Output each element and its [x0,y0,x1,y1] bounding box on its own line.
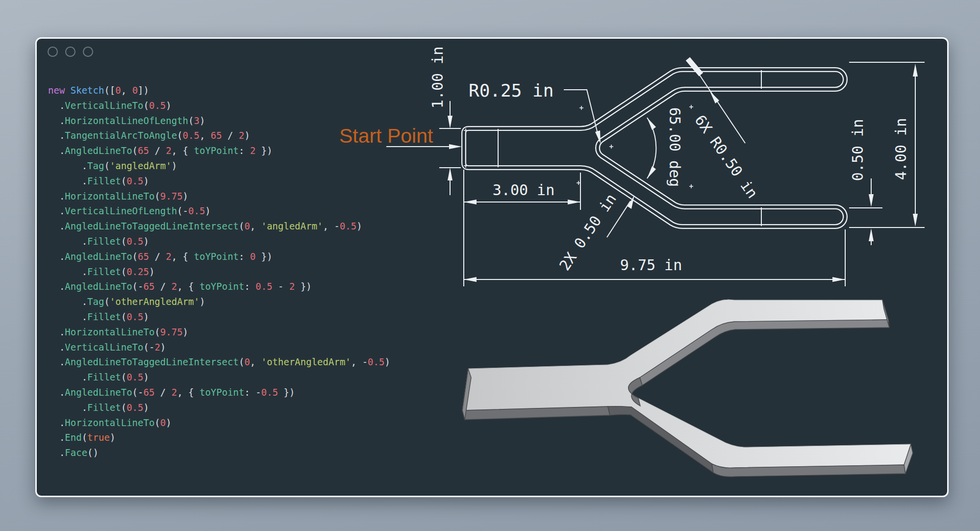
code-line: .AngledLineTo(-65 / 2, { toYPoint: 0.5 -… [48,281,421,296]
code-line: .AngledLineTo(65 / 2, { toYPoint: 0 }) [48,251,421,266]
code-editor[interactable]: new Sketch([0, 0]) .VerticalLineTo(0.5) … [48,85,421,462]
code-lines: new Sketch([0, 0]) .VerticalLineTo(0.5) … [48,85,421,462]
code-line: new Sketch([0, 0]) [48,85,421,100]
code-line: .End(true) [48,432,421,447]
code-line: .Fillet(0.25) [48,266,421,281]
code-line: .AngledLineToTaggedLineIntersect(0, 'oth… [48,356,421,372]
code-line: .AngledLineTo(65 / 2, { toYPoint: 2 }) [48,145,421,160]
code-line: .Fillet(0.5) [48,176,421,191]
code-line: .Fillet(0.5) [48,311,421,327]
desktop: { "window": { "title": "", "traffic_ligh… [0,0,980,531]
close-button[interactable] [48,47,58,57]
code-line: .HorizontalLineTo(0) [48,417,421,432]
code-line: .VerticalLineTo(-2) [48,342,421,357]
code-line: .HorizontalLineTo(9.75) [48,327,421,342]
code-line: .HorizontalLineOfLength(3) [48,115,421,130]
code-line: .Fillet(0.5) [48,402,421,417]
window-titlebar [48,47,93,56]
code-line: .Fillet(0.5) [48,236,421,251]
code-line: .Tag('otherAngledArm') [48,296,421,311]
code-line: .Fillet(0.5) [48,372,421,387]
code-line: .HorizontalLineTo(9.75) [48,191,421,206]
code-line: .Tag('angledArm') [48,160,421,176]
code-line: .VerticalLineOfLength(-0.5) [48,205,421,221]
code-line: .AngledLineToTaggedLineIntersect(0, 'ang… [48,221,421,236]
code-line: .Face() [48,447,421,462]
code-line: .TangentialArcToAngle(0.5, 65 / 2) [48,130,421,145]
code-line: .AngledLineTo(-65 / 2, { toYPoint: -0.5 … [48,387,421,402]
app-window: new Sketch([0, 0]) .VerticalLineTo(0.5) … [35,37,949,497]
maximize-button[interactable] [83,47,93,57]
code-line: .VerticalLineTo(0.5) [48,100,421,115]
minimize-button[interactable] [65,47,75,57]
